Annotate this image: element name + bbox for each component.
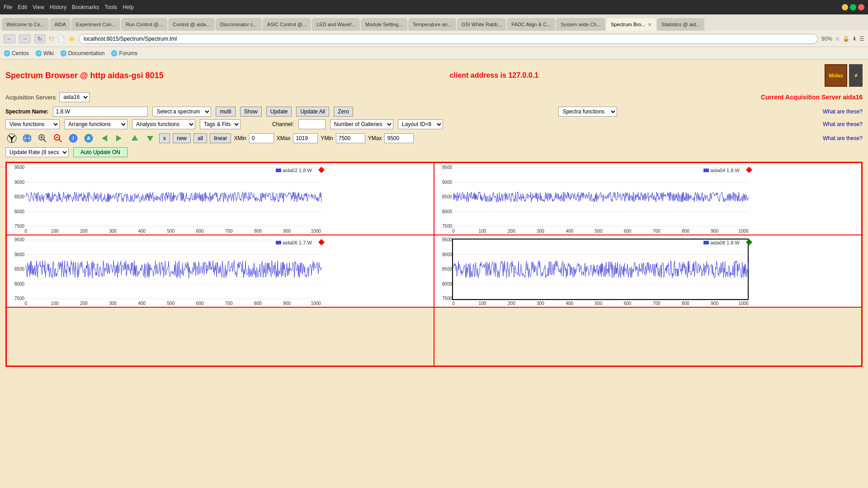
tab-temperature[interactable]: Temperature an...	[408, 18, 456, 31]
tab-gsi[interactable]: GSI White Rabb...	[457, 18, 506, 31]
menu-view[interactable]: View	[33, 4, 44, 10]
forward-button[interactable]: →	[19, 34, 31, 43]
page-content: Spectrum Browser @ http aidas-gsi 8015 c…	[0, 60, 868, 488]
all-button[interactable]: all	[193, 133, 207, 143]
tab-system[interactable]: System wide Ch...	[556, 18, 605, 31]
tab-welcome[interactable]: Welcome to Ce...	[2, 18, 49, 31]
arrow-left-icon-btn[interactable]	[98, 132, 110, 145]
svg-marker-20	[147, 136, 153, 141]
controls-row-3: i A x new all linear XMin XMax YMin YMax…	[5, 132, 863, 145]
menu-help[interactable]: Help	[123, 4, 134, 10]
menu-history[interactable]: History	[50, 4, 66, 10]
chart-canvas-4[interactable]	[434, 235, 755, 307]
menu-tools[interactable]: Tools	[104, 4, 117, 10]
bookmark-documentation[interactable]: 🌐 Documentation	[60, 50, 105, 56]
tab-aida[interactable]: AIDA	[50, 18, 71, 31]
centos-icon: 🌐	[4, 50, 10, 56]
back-button[interactable]: ←	[4, 34, 15, 43]
title-bar: File Edit View History Bookmarks Tools H…	[0, 0, 868, 14]
arrow-up-icon-btn[interactable]	[128, 132, 141, 145]
minimize-button[interactable]	[842, 4, 848, 10]
tab-statistics[interactable]: Statistics @ aid...	[657, 18, 704, 31]
tab-experiment[interactable]: Experiment Con...	[71, 18, 120, 31]
spectra-functions-select[interactable]: Spectra functions	[558, 107, 617, 117]
reload-nav-button[interactable]: ↻	[34, 34, 45, 43]
menu-bar: File Edit View History Bookmarks Tools H…	[4, 4, 134, 10]
tab-led[interactable]: LED and Wavef...	[312, 18, 360, 31]
tags-fits-select[interactable]: Tags & Fits	[200, 119, 241, 129]
nav-right: 90% ☆ 🔒 ⬇ ☰	[821, 36, 864, 42]
ymax-input[interactable]	[384, 133, 414, 143]
svg-line-10	[59, 139, 61, 142]
tab-discriminator[interactable]: Discriminator c...	[216, 18, 262, 31]
tab-asic[interactable]: ASIC Control @...	[263, 18, 311, 31]
radiation-icon-btn[interactable]	[5, 132, 18, 145]
view-functions-select[interactable]: View functions	[5, 119, 60, 129]
chart-canvas-2[interactable]	[434, 163, 755, 235]
url-input[interactable]	[79, 34, 818, 44]
select-spectrum-dropdown[interactable]: Select a spectrum	[152, 107, 211, 117]
info-icon-btn[interactable]: i	[67, 132, 80, 145]
current-acq-server: Current Acquisition Server aida16	[761, 94, 863, 101]
tab-run-control[interactable]: Run Control @...	[121, 18, 167, 31]
acquisition-row: Acquisition Servers aida16 Current Acqui…	[5, 92, 863, 102]
menu-edit[interactable]: Edit	[18, 4, 27, 10]
star-icon[interactable]: ☆	[835, 36, 840, 42]
zero-button[interactable]: Zero	[334, 107, 353, 117]
what-are-these-2[interactable]: What are these?	[823, 121, 863, 127]
chart-cell-3	[6, 235, 434, 307]
tab-module[interactable]: Module Setting...	[361, 18, 407, 31]
tab-spectrum[interactable]: Spectrum Bro... ✕	[606, 18, 656, 31]
menu-icon[interactable]: ☰	[859, 36, 864, 42]
lock-icon: 🔒	[843, 36, 849, 42]
what-are-these-3[interactable]: What are these?	[823, 135, 863, 141]
chart-canvas-1[interactable]	[7, 163, 328, 235]
auto-update-button[interactable]: Auto Update ON	[73, 147, 127, 157]
tab-fadc[interactable]: FADC Align & C...	[507, 18, 555, 31]
target-icon-btn[interactable]: A	[82, 132, 95, 145]
bookmark-forums[interactable]: 🌐 Forums	[111, 50, 137, 56]
download-icon[interactable]: ⬇	[852, 36, 857, 42]
close-button[interactable]	[858, 4, 864, 10]
xmax-label: XMax	[277, 135, 291, 141]
layout-id-select[interactable]: Layout ID=8	[398, 119, 443, 129]
nav-bar: ← → ↻ 🛡 📄 ⭐ 90% ☆ 🔒 ⬇ ☰	[0, 31, 868, 47]
chart-canvas-3[interactable]	[7, 235, 328, 307]
maximize-button[interactable]	[850, 4, 856, 10]
what-are-these-1[interactable]: What are these?	[823, 108, 863, 115]
analysis-functions-select[interactable]: Analysis functions	[132, 119, 195, 129]
x-button[interactable]: x	[159, 133, 170, 143]
bookmark-wiki[interactable]: 🌐 Wiki	[35, 50, 54, 56]
tab-close-icon[interactable]: ✕	[648, 22, 651, 27]
new-button[interactable]: new	[173, 133, 191, 143]
number-of-galleries-select[interactable]: Number of Galleries	[330, 119, 393, 129]
page-title: Spectrum Browser @ http aidas-gsi 8015	[5, 71, 164, 80]
svg-marker-18	[116, 135, 122, 141]
xmin-input[interactable]	[249, 133, 274, 143]
menu-bookmarks[interactable]: Bookmarks	[72, 4, 99, 10]
bookmark-centos[interactable]: 🌐 Centos	[4, 50, 29, 56]
chart-cell-6	[434, 307, 862, 366]
show-button[interactable]: Show	[240, 107, 262, 117]
xmax-input[interactable]	[293, 133, 318, 143]
linear-button[interactable]: linear	[210, 133, 231, 143]
channel-input[interactable]	[298, 119, 326, 129]
update-all-button[interactable]: Update All	[296, 107, 329, 117]
zoom-out-icon-btn[interactable]	[52, 132, 64, 145]
documentation-icon: 🌐	[60, 50, 67, 56]
search-icon-btn[interactable]	[36, 132, 49, 145]
menu-file[interactable]: File	[4, 4, 12, 10]
ymin-input[interactable]	[336, 133, 365, 143]
globe-icon-btn[interactable]	[21, 132, 33, 145]
spectrum-name-input[interactable]	[53, 107, 148, 117]
multi-button[interactable]: multi	[216, 107, 235, 117]
update-button[interactable]: Update	[266, 107, 292, 117]
arrange-functions-select[interactable]: Arrange functions	[64, 119, 127, 129]
acq-server-select[interactable]: aida16	[59, 92, 90, 102]
tab-control[interactable]: Control @ aida...	[168, 18, 215, 31]
arrow-down-icon-btn[interactable]	[144, 132, 156, 145]
controls-row-4: Update Rate (8 secs) Auto Update ON	[5, 147, 863, 157]
arrow-right-icon-btn[interactable]	[113, 132, 126, 145]
update-rate-select[interactable]: Update Rate (8 secs)	[5, 147, 69, 157]
bookmarks-bar: 🌐 Centos 🌐 Wiki 🌐 Documentation 🌐 Forums	[0, 47, 868, 60]
